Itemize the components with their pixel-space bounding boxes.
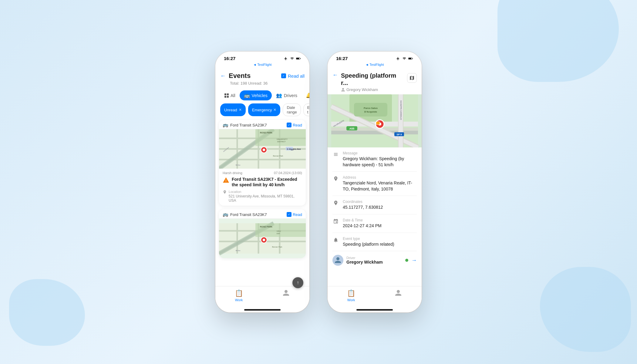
scroll-up-button[interactable]: ↑ <box>292 277 303 288</box>
nav-work-right[interactable]: 📋 Work <box>342 289 360 302</box>
driver-navigate-button[interactable]: → <box>411 257 417 264</box>
status-icons-right <box>396 57 413 60</box>
map-svg-1: ROSE PARK UNIVERSITY DISTRICT Bonner Par… <box>219 129 306 169</box>
read-all-button[interactable]: ✓ Read all <box>281 73 305 79</box>
read-all-icon: ✓ <box>281 73 286 78</box>
svg-rect-51 <box>354 103 387 116</box>
tab-drivers[interactable]: 👥 Drivers <box>272 90 302 100</box>
event-card-2-header: 🚌 Ford Transit SA23K7 ✓ Read <box>219 209 306 219</box>
detail-subtitle: Gregory Wickham <box>341 87 404 92</box>
section-eventtype: Event type Speeding (platform related) <box>332 233 417 251</box>
location-icon-1 <box>223 190 227 194</box>
home-indicator-left <box>244 309 281 311</box>
chip-eventtype[interactable]: Event t <box>303 103 309 116</box>
tab-un[interactable]: 🔔 Un <box>302 90 309 100</box>
event-card-2[interactable]: 🚌 Ford Transit SA23K7 ✓ Read <box>219 209 306 258</box>
coordinates-value: 45.117277, 7.630812 <box>343 204 417 211</box>
airplane-icon <box>283 57 288 60</box>
wifi-icon <box>290 57 295 60</box>
phones-container: 16:27 ◄ TestFlight <box>215 52 422 312</box>
left-phone: 16:27 ◄ TestFlight <box>215 52 309 312</box>
vehicle-icon-2: 🚌 <box>223 212 228 217</box>
driver-left: Driver Gregory Wickham <box>332 255 383 266</box>
driver-online-indicator <box>405 259 408 262</box>
message-value: Gregory Wickham: Speeding (by hardware s… <box>343 156 417 168</box>
tab-vehicles[interactable]: 🚌 Vehicles <box>240 90 272 100</box>
chip-unread-label: Unread <box>224 108 237 112</box>
chip-unread[interactable]: Unread ✕ <box>220 103 246 116</box>
tab-all[interactable]: All <box>220 90 240 100</box>
time-right: 16:27 <box>336 56 348 61</box>
warning-icon-1 <box>223 177 229 184</box>
nav-work-left[interactable]: 📋 Work <box>230 289 248 302</box>
detail-map: Parco Salvo D'Acquisto A55 SP 8 VIA DRUE… <box>328 94 422 147</box>
event-2-map: ROSE PARK UNIV DIST Bonner Park Mt Ave <box>219 219 306 258</box>
battery-icon-right <box>408 57 413 60</box>
coordinates-label: Coordinates <box>343 200 417 204</box>
chip-emergency-label: Emergency <box>252 108 272 112</box>
vehicle-icon-1: 🚌 <box>223 122 228 128</box>
section-driver: Driver Gregory Wickham → <box>332 251 417 269</box>
event-1-loc-label: Location <box>229 190 302 194</box>
events-subtitle: Total: 198 Unread: 36 <box>220 81 305 86</box>
bottom-nav-left: 📋 Work <box>215 286 309 308</box>
filter-tabs: All 🚌 Vehicles 👥 Drivers 🔔 Un <box>215 88 309 102</box>
event-1-body: Harsh driving 07.04.2024 (13:00) Ford Tr… <box>219 169 306 206</box>
section-address: Address Tangenziale Nord, Venaria Reale,… <box>332 172 417 196</box>
nav-profile-left[interactable] <box>277 289 295 302</box>
event-2-read-btn[interactable]: ✓ Read <box>287 212 302 217</box>
chip-daterange[interactable]: Date range <box>283 103 301 116</box>
eventtype-content: Event type Speeding (platform related) <box>343 237 417 248</box>
event-1-type: Harsh driving <box>223 171 242 175</box>
svg-text:!: ! <box>378 123 378 125</box>
back-button-left[interactable]: ← <box>220 73 226 79</box>
read-all-label: Read all <box>288 73 305 79</box>
svg-text:UNIVERSITY: UNIVERSITY <box>277 138 288 140</box>
work-label-right: Work <box>347 298 355 302</box>
nav-profile-right[interactable] <box>389 289 407 302</box>
filter-chips: Unread ✕ Emergency ✕ Date range Event t <box>215 102 309 119</box>
event-1-map: ROSE PARK UNIVERSITY DISTRICT Bonner Par… <box>219 129 306 169</box>
event-1-location-block: Location 521 University Ave, Missoula, M… <box>229 190 302 203</box>
event-2-read-icon: ✓ <box>287 212 292 217</box>
svg-text:Bonner Park: Bonner Park <box>272 246 282 248</box>
bg-decoration-3 <box>9 279 85 346</box>
event-1-read-btn[interactable]: ✓ Read <box>287 123 302 127</box>
event-1-vehicle: 🚌 Ford Transit SA23K7 <box>223 122 267 128</box>
address-label: Address <box>343 175 417 180</box>
datetime-label: Date & Time <box>343 218 417 222</box>
back-button-right[interactable]: ← <box>332 72 338 78</box>
events-list: 🚌 Ford Transit SA23K7 ✓ Read <box>215 119 309 286</box>
driver-info: Driver Gregory Wickham <box>346 256 383 265</box>
driver-name: Gregory Wickham <box>346 260 383 265</box>
chip-unread-close[interactable]: ✕ <box>239 108 242 112</box>
time-left: 16:27 <box>224 56 235 61</box>
work-icon-right: 📋 <box>347 289 355 297</box>
profile-icon-left <box>282 289 290 298</box>
address-value: Tangenziale Nord, Venaria Reale, IT-TO, … <box>343 180 417 192</box>
detail-map-button[interactable] <box>407 73 417 83</box>
chip-emergency-close[interactable]: ✕ <box>273 108 276 112</box>
svg-text:Mt Ave: Mt Ave <box>236 250 240 251</box>
section-coordinates: Coordinates 45.117277, 7.630812 <box>332 196 417 214</box>
section-datetime: Date & Time 2024-12-27 4:24 PM <box>332 214 417 233</box>
status-bar-left: 16:27 <box>215 52 309 63</box>
driver-row: Driver Gregory Wickham → <box>332 255 417 266</box>
testflight-left: ◄ TestFlight <box>215 63 309 68</box>
svg-rect-46 <box>331 131 418 134</box>
battery-icon <box>296 57 301 60</box>
status-bar-right: 16:27 <box>328 52 422 63</box>
detail-driver-subtitle: Gregory Wickham <box>346 87 378 92</box>
message-label: Message <box>343 151 417 155</box>
eventtype-label: Event type <box>343 237 417 241</box>
event-card-1[interactable]: 🚌 Ford Transit SA23K7 ✓ Read <box>219 120 306 206</box>
svg-rect-40 <box>413 58 413 59</box>
tab-drivers-label: Drivers <box>284 93 297 98</box>
grid-icon <box>224 93 229 98</box>
datetime-content: Date & Time 2024-12-27 4:24 PM <box>343 218 417 229</box>
svg-text:GIUSEPPE GARIBALDI: GIUSEPPE GARIBALDI <box>400 100 402 120</box>
datetime-value: 2024-12-27 4:24 PM <box>343 223 417 229</box>
chip-emergency[interactable]: Emergency ✕ <box>248 103 281 116</box>
left-screen: ← Events ✓ Read all Total: 198 Unread: 3… <box>215 68 309 312</box>
events-title-row: ← Events ✓ Read all <box>220 72 305 80</box>
